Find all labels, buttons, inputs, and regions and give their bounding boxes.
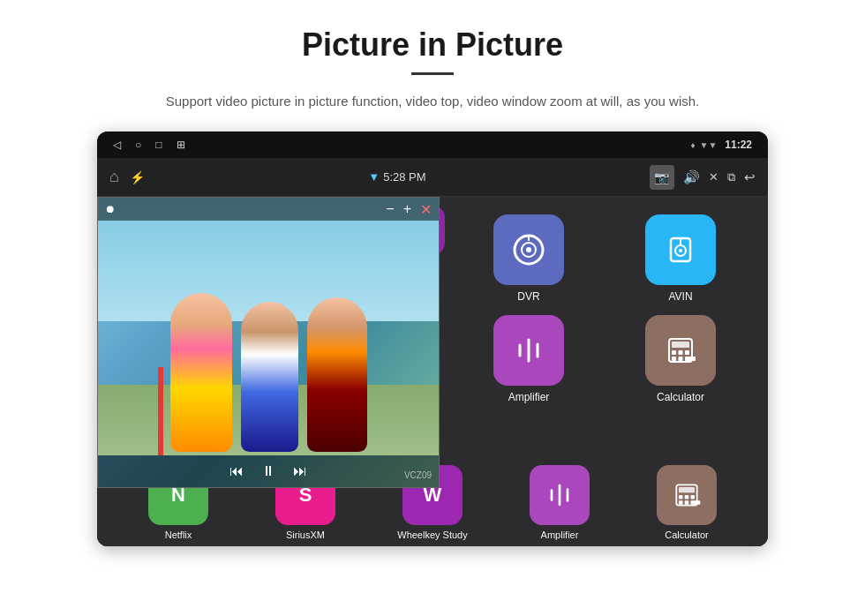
svg-rect-30	[691, 500, 701, 505]
pip-media-controls: ⏮ ⏸ ⏭	[98, 455, 439, 487]
svg-rect-28	[679, 500, 683, 505]
amplifier-bottom-item[interactable]: Amplifier	[515, 465, 604, 540]
pip-icon[interactable]: ⧉	[727, 170, 735, 184]
usb-icon: ⚡	[130, 170, 145, 184]
svg-rect-19	[685, 357, 696, 361]
svg-rect-16	[685, 350, 689, 355]
volume-icon[interactable]: 🔊	[683, 169, 700, 185]
gps-icon: ♦	[690, 140, 695, 150]
siriusxm-bottom-label: SiriusXM	[286, 530, 325, 540]
amplifier-label: Amplifier	[508, 391, 550, 403]
pip-next-button[interactable]: ⏭	[293, 463, 307, 479]
pip-video-overlay[interactable]: ⏺ − + ✕	[97, 197, 440, 488]
pip-resize-controls: − + ✕	[386, 201, 432, 218]
pip-people	[98, 258, 439, 452]
calculator-bottom-icon-svg	[671, 479, 703, 511]
home-icon[interactable]: ⌂	[109, 168, 119, 186]
recents-nav-icon[interactable]: □	[155, 139, 162, 151]
svg-rect-26	[685, 495, 689, 500]
app-bar-right-controls: 📷 🔊 ✕ ⧉ ↩	[650, 165, 756, 190]
avin-label: AVIN	[668, 290, 692, 303]
status-bar-right-icons: ♦ ▼▼ 11:22	[690, 139, 752, 151]
svg-rect-15	[679, 350, 683, 355]
close-icon[interactable]: ✕	[709, 170, 718, 184]
person-3	[307, 297, 367, 452]
dvr-app-icon-box[interactable]	[493, 214, 564, 285]
camera-button[interactable]: 📷	[650, 165, 674, 190]
svg-rect-18	[679, 357, 683, 361]
android-status-bar: ◁ ○ □ ⊞ ♦ ▼▼ 11:22	[97, 131, 768, 158]
amplifier-app-icon-box[interactable]	[493, 315, 564, 386]
person-2	[241, 302, 298, 452]
pip-record-icon: ⏺	[105, 203, 116, 215]
media-nav-icon[interactable]: ⊞	[177, 139, 185, 151]
svg-point-6	[679, 249, 682, 252]
pip-plus-button[interactable]: +	[403, 201, 411, 217]
calculator-label: Calculator	[657, 391, 704, 403]
red-pole	[158, 367, 163, 455]
pip-top-bar: ⏺ − + ✕	[98, 198, 439, 221]
svg-rect-14	[672, 350, 676, 355]
pip-watermark: VCZ09	[404, 470, 432, 480]
page-title: Picture in Picture	[302, 26, 563, 64]
svg-rect-29	[685, 500, 689, 505]
device-frame: ◁ ○ □ ⊞ ♦ ▼▼ 11:22 ⌂ ⚡ ▼ 5:28 PM	[97, 131, 768, 546]
calculator-bottom-icon[interactable]	[657, 465, 717, 525]
svg-rect-27	[691, 495, 696, 500]
calculator-icon	[663, 333, 698, 368]
avin-app-item[interactable]: AVIN	[611, 214, 750, 303]
camera-icon: 📷	[654, 170, 669, 184]
dvr-icon	[511, 232, 546, 267]
calculator-bottom-item[interactable]: Calculator	[643, 465, 731, 540]
amplifier-icon	[511, 333, 546, 368]
wheelkey-bottom-label: Wheelkey Study	[397, 530, 467, 540]
wifi-signal-icon: ▼	[368, 170, 380, 184]
svg-rect-25	[679, 495, 683, 500]
signal-icon: ▼▼	[700, 140, 718, 150]
app-bar: ⌂ ⚡ ▼ 5:28 PM 📷 🔊 ✕ ⧉ ↩	[97, 158, 768, 197]
app-grid: DVR AVIN	[450, 206, 759, 412]
calculator-bottom-label: Calculator	[665, 530, 709, 540]
svg-rect-17	[672, 357, 676, 361]
person-1	[170, 293, 232, 452]
pip-video-content	[98, 198, 439, 487]
pip-pause-button[interactable]: ⏸	[261, 463, 275, 479]
page-wrapper: Picture in Picture Support video picture…	[0, 0, 865, 564]
dvr-app-item[interactable]: DVR	[459, 214, 598, 303]
svg-rect-24	[679, 487, 695, 492]
calculator-app-icon-box[interactable]	[645, 315, 716, 386]
back-icon[interactable]: ↩	[744, 169, 756, 185]
status-time: 11:22	[725, 139, 752, 151]
home-nav-icon[interactable]: ○	[135, 139, 141, 151]
amplifier-bottom-icon-svg	[544, 479, 575, 511]
svg-rect-13	[672, 342, 689, 348]
status-bar-nav-icons: ◁ ○ □ ⊞	[113, 139, 185, 151]
calculator-app-item[interactable]: Calculator	[611, 315, 750, 403]
pip-prev-button[interactable]: ⏮	[229, 463, 244, 479]
page-subtitle: Support video picture in picture functio…	[166, 91, 699, 112]
back-nav-icon[interactable]: ◁	[113, 139, 121, 151]
title-divider	[411, 72, 454, 75]
amplifier-bottom-icon[interactable]	[530, 465, 590, 525]
avin-app-icon-box[interactable]	[645, 214, 716, 285]
dvr-label: DVR	[517, 290, 539, 303]
app-bar-left: ⌂ ⚡	[109, 168, 145, 186]
amplifier-bottom-label: Amplifier	[541, 530, 579, 540]
pip-minus-button[interactable]: −	[386, 201, 394, 217]
svg-point-2	[526, 247, 531, 252]
netflix-bottom-label: Netflix	[165, 530, 192, 540]
home-screen: ⏺ − + ✕	[97, 197, 768, 546]
app-bar-center: ▼ 5:28 PM	[368, 170, 425, 184]
amplifier-app-item[interactable]: Amplifier	[459, 315, 598, 403]
app-bar-time: 5:28 PM	[383, 170, 425, 184]
avin-icon	[664, 233, 697, 267]
pip-close-button[interactable]: ✕	[420, 201, 432, 218]
